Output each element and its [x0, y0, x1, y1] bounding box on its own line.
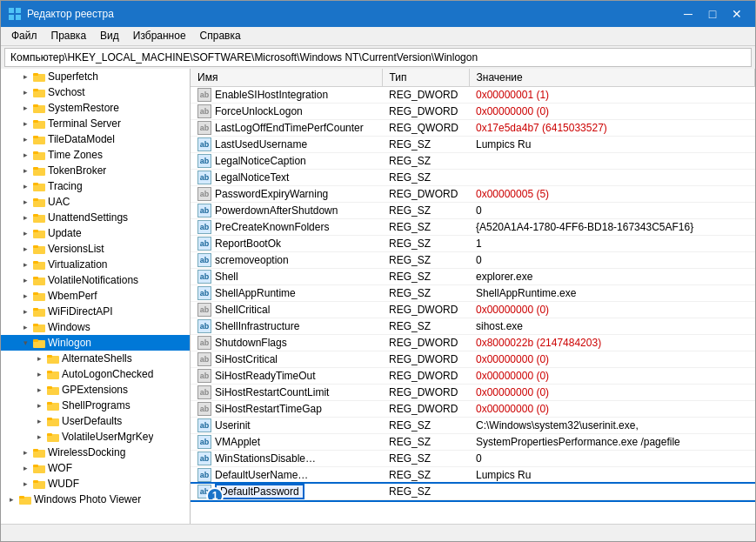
- expand-icon[interactable]: ▸: [32, 351, 46, 365]
- expand-icon[interactable]: ▸: [18, 320, 32, 334]
- sidebar-item-windows[interactable]: ▸Windows: [1, 319, 190, 335]
- table-row[interactable]: abReportBootOkREG_SZ1: [191, 236, 755, 252]
- reg-name-cell: abLastLogOffEndTimePerfCounter: [191, 120, 382, 136]
- reg-name-cell: abscremoveoption: [191, 252, 382, 268]
- sidebar-item-userdefaults[interactable]: ▸UserDefaults: [1, 413, 190, 429]
- table-row[interactable]: abPreCreateKnownFoldersREG_SZ{A520A1A4-1…: [191, 219, 755, 236]
- sidebar-item-windows-photo-viewer[interactable]: ▸Windows Photo Viewer: [1, 492, 190, 507]
- table-row[interactable]: abEnableSIHostIntegrationREG_DWORD0x0000…: [191, 87, 755, 104]
- table-row[interactable]: abSiHostReadyTimeOutREG_DWORD0x00000000 …: [191, 368, 755, 385]
- menu-file[interactable]: Файл: [4, 29, 44, 43]
- table-row[interactable]: abLastLogOffEndTimePerfCounterREG_QWORD0…: [191, 120, 755, 137]
- expand-icon[interactable]: ▸: [32, 398, 46, 412]
- close-button[interactable]: ✕: [726, 5, 748, 23]
- expand-icon[interactable]: ▸: [18, 461, 32, 475]
- sidebar-item-terminal-server[interactable]: ▸Terminal Server: [1, 116, 190, 131]
- expand-icon[interactable]: ▸: [18, 211, 32, 224]
- sidebar-item-tracing[interactable]: ▸Tracing: [1, 178, 190, 194]
- expand-icon[interactable]: ▸: [18, 258, 32, 271]
- expand-icon[interactable]: ▸: [18, 195, 32, 209]
- expand-icon[interactable]: ▸: [32, 383, 46, 397]
- expand-icon[interactable]: ▸: [18, 70, 32, 84]
- sz-icon: ab: [197, 220, 211, 234]
- table-row[interactable]: abShutdownFlagsREG_DWORD0x8000022b (2147…: [191, 335, 755, 351]
- reg-value-cell: 0x00000000 (0): [469, 104, 755, 120]
- sidebar-item-virtualization[interactable]: ▸Virtualization: [1, 257, 190, 272]
- menu-help[interactable]: Справка: [193, 29, 248, 43]
- sidebar-item-shellprograms[interactable]: ▸ShellPrograms: [1, 398, 190, 413]
- sidebar-item-gpextensions[interactable]: ▸GPExtensions: [1, 382, 190, 398]
- expand-icon[interactable]: ▸: [18, 117, 32, 130]
- sidebar-item-autologonchecked[interactable]: ▸AutoLogonChecked: [1, 366, 190, 382]
- table-row[interactable]: abShellInfrastructureREG_SZsihost.exe: [191, 318, 755, 335]
- expand-icon[interactable]: ▸: [4, 492, 18, 506]
- sidebar-item-tiledatamodel[interactable]: ▸TileDataModel: [1, 131, 190, 147]
- sidebar-item-wbemperf[interactable]: ▸WbemPerf: [1, 288, 190, 304]
- table-row[interactable]: abDefaultPassword1REG_SZ: [191, 484, 755, 500]
- expand-icon[interactable]: ▸: [18, 132, 32, 146]
- expand-icon[interactable]: ▸: [18, 289, 32, 303]
- expand-icon[interactable]: ▸: [32, 430, 46, 444]
- expand-icon[interactable]: ▸: [18, 148, 32, 162]
- expand-icon[interactable]: ▸: [18, 242, 32, 256]
- sidebar-item-winlogon[interactable]: ▾Winlogon: [1, 335, 190, 351]
- sidebar-item-unattendsettings[interactable]: ▸UnattendSettings: [1, 210, 190, 225]
- expand-icon[interactable]: ▸: [18, 85, 32, 99]
- col-header-value[interactable]: Значение: [469, 69, 755, 87]
- sidebar-item-versionslist[interactable]: ▸VersionsList: [1, 241, 190, 257]
- col-header-name[interactable]: Имя: [191, 69, 382, 87]
- sidebar-item-volatilenotifications[interactable]: ▸VolatileNotifications: [1, 272, 190, 288]
- table-row[interactable]: abSiHostRestartTimeGapREG_DWORD0x0000000…: [191, 401, 755, 418]
- sidebar-item-uac[interactable]: ▸UAC: [1, 194, 190, 210]
- table-row[interactable]: abscremoveoptionREG_SZ0: [191, 252, 755, 269]
- table-row[interactable]: abPowerdownAfterShutdownREG_SZ0: [191, 203, 755, 219]
- expand-icon[interactable]: ▸: [18, 179, 32, 193]
- table-row[interactable]: abSiHostRestartCountLimitREG_DWORD0x0000…: [191, 385, 755, 401]
- expand-icon[interactable]: ▸: [18, 477, 32, 491]
- table-row[interactable]: abShellAppRuntimeREG_SZShellAppRuntime.e…: [191, 285, 755, 302]
- table-row[interactable]: abShellCriticalREG_DWORD0x00000000 (0): [191, 302, 755, 318]
- table-row[interactable]: abLegalNoticeTextREG_SZ: [191, 170, 755, 186]
- table-row[interactable]: abLegalNoticeCaptionREG_SZ: [191, 153, 755, 170]
- sidebar-item-systemrestore[interactable]: ▸SystemRestore: [1, 100, 190, 116]
- sidebar-item-wudf[interactable]: ▸WUDF: [1, 476, 190, 492]
- table-row[interactable]: abLastUsedUsernameREG_SZLumpics Ru: [191, 137, 755, 153]
- expand-icon[interactable]: ▸: [18, 273, 32, 287]
- expand-icon[interactable]: ▸: [32, 414, 46, 428]
- sidebar-item-time-zones[interactable]: ▸Time Zones: [1, 147, 190, 163]
- menu-edit[interactable]: Правка: [44, 29, 94, 43]
- table-row[interactable]: abPasswordExpiryWarningREG_DWORD0x000000…: [191, 186, 755, 203]
- table-row[interactable]: abWinStationsDisable…REG_SZ0: [191, 451, 755, 467]
- menu-favorites[interactable]: Избранное: [126, 29, 193, 43]
- expand-icon[interactable]: ▾: [18, 336, 32, 350]
- sidebar-item-update[interactable]: ▸Update: [1, 225, 190, 241]
- sidebar-item-volatileusermgrkey[interactable]: ▸VolatileUserMgrKey: [1, 429, 190, 445]
- expand-icon[interactable]: ▸: [18, 226, 32, 240]
- reg-value-cell: {A520A1A4-1780-4FF6-BD18-167343C5AF16}: [469, 219, 755, 236]
- sidebar-item-superfetch[interactable]: ▸Superfetch: [1, 69, 190, 84]
- sidebar-item-alternateshells[interactable]: ▸AlternateShells: [1, 351, 190, 366]
- expand-icon[interactable]: ▸: [18, 101, 32, 115]
- sidebar-item-wifidirectapi[interactable]: ▸WiFiDirectAPI: [1, 304, 190, 319]
- table-row[interactable]: abSiHostCriticalREG_DWORD0x00000000 (0): [191, 351, 755, 368]
- menu-view[interactable]: Вид: [93, 29, 126, 43]
- expand-icon[interactable]: ▸: [18, 304, 32, 318]
- table-row[interactable]: abShellREG_SZexplorer.exe: [191, 269, 755, 285]
- expand-icon[interactable]: ▸: [18, 445, 32, 459]
- sidebar-item-wof[interactable]: ▸WOF: [1, 460, 190, 476]
- title-bar-left: Редактор реестра: [8, 7, 114, 21]
- table-row[interactable]: abVMAppletREG_SZSystemPropertiesPerforma…: [191, 434, 755, 451]
- sidebar-item-svchost[interactable]: ▸Svchost: [1, 84, 190, 100]
- table-row[interactable]: abUserinitREG_SZC:\Windows\system32\user…: [191, 418, 755, 434]
- table-row[interactable]: abDefaultUserName…REG_SZLumpics Ru: [191, 467, 755, 484]
- expand-icon[interactable]: ▸: [18, 164, 32, 177]
- table-row[interactable]: abForceUnlockLogonREG_DWORD0x00000000 (0…: [191, 104, 755, 120]
- minimize-button[interactable]: ─: [677, 5, 699, 23]
- sidebar-item-tokenbroker[interactable]: ▸TokenBroker: [1, 163, 190, 178]
- col-header-type[interactable]: Тип: [382, 69, 469, 87]
- tree-item-label: Time Zones: [48, 149, 103, 161]
- sidebar-item-wirelessdocking[interactable]: ▸WirelessDocking: [1, 445, 190, 460]
- maximize-button[interactable]: □: [701, 5, 724, 23]
- address-bar[interactable]: Компьютер\HKEY_LOCAL_MACHINE\SOFTWARE\Mi…: [4, 48, 752, 67]
- expand-icon[interactable]: ▸: [32, 367, 46, 381]
